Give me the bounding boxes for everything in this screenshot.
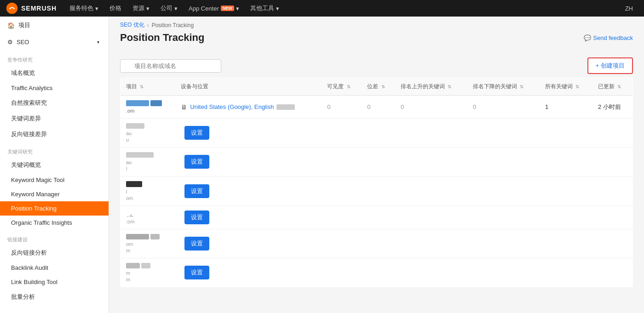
nav-appcenter[interactable]: App Center NEW ▾ [183, 0, 245, 17]
table-row: .om 🖥 United States (Google), English 0 [121, 96, 633, 119]
sidebar-item-bulk-analysis[interactable]: 批量分析 [0, 289, 109, 305]
sidebar-item-backlink-gap[interactable]: 反向链接差异 [0, 126, 109, 142]
table-header-row: 项目 ⇅ 设备与位置 可见度 ⇅ 位差 ⇅ [121, 78, 633, 96]
chevron-down-icon: ▾ [174, 5, 178, 12]
table-row: au u 设置 [121, 119, 633, 148]
search-input[interactable] [120, 59, 221, 73]
sort-icon: ⇅ [520, 84, 523, 89]
location-cell[interactable]: 🖥 United States (Google), English [175, 96, 322, 119]
setup-cell: 设置 [175, 119, 632, 148]
sort-icon: ⇅ [347, 84, 351, 89]
create-project-button[interactable]: + 创建项目 [587, 57, 633, 74]
project-cell[interactable]: om m [121, 229, 176, 258]
page-header: Position Tracking 💬 Send feedback [109, 30, 644, 50]
sidebar-group-competitive: 竞争性研究 [0, 50, 109, 65]
breadcrumb-parent[interactable]: SEO 优化 [120, 21, 144, 29]
project-cell[interactable]: l om [121, 176, 176, 206]
nav-other-tools[interactable]: 其他工具 ▾ [245, 0, 285, 17]
project-cell[interactable]: m m [121, 258, 176, 287]
sidebar-item-organic-research[interactable]: 自然搜索研究 [0, 95, 109, 111]
setup-cell: 设置 [175, 206, 632, 229]
table-row: om m 设置 [121, 229, 633, 258]
nav-pricing[interactable]: 价格 [104, 0, 127, 17]
visibility-cell: 0 [322, 96, 362, 119]
setup-cell: 设置 [175, 148, 632, 176]
sidebar-item-link-building-tool[interactable]: Link Building Tool [0, 275, 109, 289]
nav-company[interactable]: 公司 ▾ [155, 0, 183, 17]
sort-icon: ⇅ [617, 84, 621, 89]
nav-features[interactable]: 服务特色 ▾ [64, 0, 104, 17]
sidebar-item-keyword-manager[interactable]: Keyword Manager [0, 187, 109, 201]
setup-button[interactable]: 设置 [184, 211, 209, 224]
sidebar-item-position-tracking[interactable]: Position Tracking [0, 201, 109, 216]
sort-icon: ⇅ [575, 84, 579, 89]
sidebar-group-link-building: 链接建设 [0, 230, 109, 245]
col-updated[interactable]: 已更新 ⇅ [592, 78, 633, 96]
seo-icon: ⚙ [7, 39, 13, 46]
col-position-diff[interactable]: 位差 ⇅ [362, 78, 395, 96]
search-wrapper: 🔍 [120, 59, 221, 73]
setup-button[interactable]: 设置 [184, 266, 209, 279]
project-cell[interactable]: au l [121, 148, 176, 176]
app-layout: 🏠 项目 ⚙ SEO ▾ 竞争性研究 域名概览 Traffic Analytic… [0, 17, 644, 313]
col-visibility[interactable]: 可见度 ⇅ [322, 78, 362, 96]
col-all-keywords[interactable]: 所有关键词 ⇅ [540, 78, 592, 96]
nav-resources[interactable]: 资源 ▾ [127, 0, 155, 17]
position-diff-cell: 0 [362, 96, 395, 119]
new-badge: NEW [221, 6, 234, 11]
table-row: m m 设置 [121, 258, 633, 287]
chevron-down-icon: ▾ [236, 5, 239, 12]
sidebar-item-keyword-magic[interactable]: Keyword Magic Tool [0, 173, 109, 187]
sidebar-item-keyword-gap[interactable]: 关键词差异 [0, 111, 109, 126]
col-device-location: 设备与位置 [175, 78, 322, 96]
table-row: l om 设置 [121, 176, 633, 206]
col-falling-keywords[interactable]: 排名下降的关键词 ⇅ [467, 78, 540, 96]
sidebar-item-domain-overview[interactable]: 域名概览 [0, 65, 109, 81]
sidebar-item-backlink-analysis[interactable]: 反向链接分析 [0, 245, 109, 261]
project-cell[interactable]: ے۔ :om [121, 206, 176, 229]
brand-logo[interactable]: SEMRUSH [6, 2, 57, 15]
breadcrumb-current: Position Tracking [152, 22, 194, 28]
sidebar-item-projects[interactable]: 🏠 项目 [0, 17, 109, 34]
project-cell[interactable]: au u [121, 119, 176, 148]
falling-cell: 0 [467, 96, 540, 119]
svg-point-0 [6, 3, 18, 14]
page-title: Position Tracking [120, 32, 204, 44]
sidebar-item-organic-traffic-insights[interactable]: Organic Traffic Insights [0, 216, 109, 230]
setup-button[interactable]: 设置 [184, 184, 209, 198]
setup-button[interactable]: 设置 [184, 237, 209, 250]
send-feedback-button[interactable]: 💬 Send feedback [584, 34, 633, 41]
project-cell[interactable]: .om [121, 96, 176, 119]
top-nav-items: 服务特色 ▾ 价格 资源 ▾ 公司 ▾ App Center NEW ▾ 其他工… [64, 0, 620, 17]
location-link[interactable]: United States (Google), English [190, 103, 274, 110]
projects-table: 项目 ⇅ 设备与位置 可见度 ⇅ 位差 ⇅ [120, 78, 633, 287]
setup-cell: 设置 [175, 229, 632, 258]
sidebar-item-backlink-audit[interactable]: Backlink Audit [0, 261, 109, 275]
sidebar-item-seo[interactable]: ⚙ SEO ▾ [0, 34, 109, 50]
all-keywords-cell: 1 [540, 96, 592, 119]
col-project[interactable]: 项目 ⇅ [121, 78, 176, 96]
sort-icon: ⇅ [381, 84, 385, 89]
sidebar-item-keyword-overview[interactable]: 关键词概览 [0, 157, 109, 173]
setup-button[interactable]: 设置 [184, 155, 209, 169]
chevron-down-icon: ▾ [146, 5, 150, 12]
brand-name: SEMRUSH [21, 5, 57, 12]
setup-cell: 设置 [175, 176, 632, 206]
sort-icon: ⇅ [448, 84, 451, 89]
sidebar-item-traffic-analytics[interactable]: Traffic Analytics [0, 81, 109, 95]
toolbar: 🔍 + 创建项目 [120, 50, 633, 74]
breadcrumb-separator: › [147, 22, 149, 28]
content-area: 🔍 + 创建项目 项目 ⇅ 设备与位置 [109, 50, 644, 313]
home-icon: 🏠 [7, 22, 15, 29]
sidebar: 🏠 项目 ⚙ SEO ▾ 竞争性研究 域名概览 Traffic Analytic… [0, 17, 109, 313]
setup-button[interactable]: 设置 [184, 126, 209, 140]
setup-cell: 设置 [175, 258, 632, 287]
chevron-down-icon: ▾ [97, 40, 99, 45]
chevron-down-icon: ▾ [276, 5, 279, 12]
user-menu[interactable]: ZH [620, 5, 638, 12]
rising-cell: 0 [395, 96, 467, 119]
breadcrumb: SEO 优化 › Position Tracking [109, 17, 644, 30]
monitor-icon: 🖥 [181, 103, 187, 111]
col-rising-keywords[interactable]: 排名上升的关键词 ⇅ [395, 78, 467, 96]
chevron-down-icon: ▾ [95, 5, 98, 12]
